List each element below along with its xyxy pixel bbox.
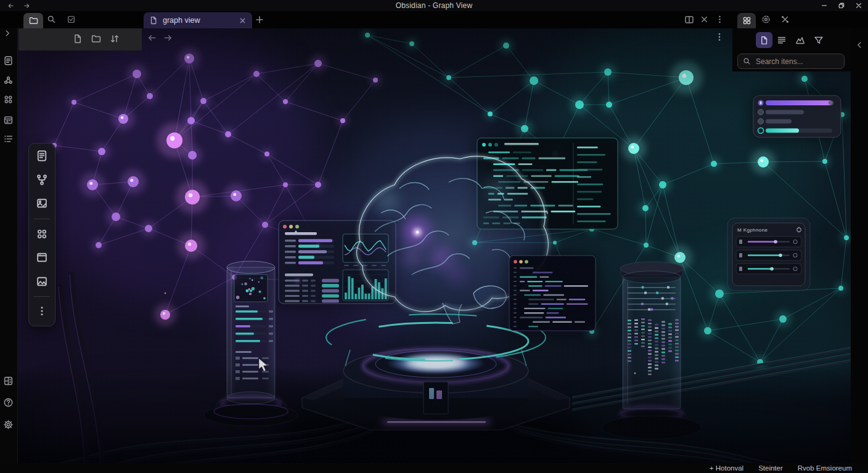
circles-grid-icon (36, 228, 48, 240)
titlebar: Obsidian - Graph View (0, 0, 868, 11)
collapse-sidebar-button[interactable] (855, 41, 864, 49)
ribbon-canvas-button[interactable] (3, 94, 14, 105)
tab-close-icon[interactable] (239, 17, 247, 25)
sidebar-tab-bookmarks[interactable] (67, 15, 76, 24)
close-pane-button[interactable] (700, 15, 709, 24)
sidebar-search[interactable] (737, 54, 845, 69)
graph-forward-button[interactable] (163, 33, 173, 43)
search-input[interactable] (755, 57, 837, 67)
file-text-icon (36, 150, 48, 162)
search-icon (47, 15, 56, 24)
new-tab-button[interactable] (255, 15, 264, 25)
help-icon (3, 397, 14, 408)
ellipsis-vertical-icon (36, 305, 48, 317)
left-ribbon (0, 11, 18, 463)
history-back-icon[interactable] (5, 1, 16, 10)
calendar-icon (3, 115, 14, 125)
artwork-left-toolbar (28, 143, 55, 326)
gear-dashed-icon (761, 15, 771, 24)
expand-sidebar-button[interactable] (3, 29, 14, 40)
divider (34, 296, 50, 297)
ribbon-calendar-button[interactable] (3, 115, 14, 126)
image-edit-icon (36, 197, 48, 209)
note-icon (3, 55, 14, 66)
bullet-list-icon (3, 134, 14, 144)
bookmark-check-icon (67, 15, 76, 24)
tools-x-icon (780, 15, 790, 24)
folder-icon (29, 16, 38, 25)
chevron-left-icon (855, 41, 864, 49)
cards-grid-icon (742, 16, 751, 25)
tab-graph-view[interactable]: graph view (144, 12, 252, 28)
tab-bar: graph view (0, 11, 868, 28)
help-button[interactable] (3, 397, 14, 408)
more-vertical-icon (715, 15, 724, 24)
chart-mountain-icon (795, 35, 805, 45)
search-icon (743, 57, 751, 65)
history-forward-icon[interactable] (21, 1, 32, 10)
file-icon (149, 16, 158, 25)
sidebar-tab-tools[interactable] (780, 15, 790, 24)
right-edge-rail (851, 11, 868, 463)
ribbon-graph-button[interactable] (3, 75, 14, 86)
status-bar: + Hotonval Steinter Rvob Emsioreum (0, 463, 868, 473)
arrow-left-icon (147, 33, 157, 43)
split-pane-button[interactable] (684, 15, 694, 25)
restore-button[interactable] (833, 0, 850, 11)
graph-view-image: M Kgphnone (17, 28, 851, 463)
list-lines-icon (777, 35, 787, 45)
close-window-button[interactable] (851, 0, 867, 11)
sidebar-tab-files[interactable] (23, 13, 43, 28)
new-note-icon (73, 34, 83, 44)
minimize-button[interactable] (816, 0, 832, 11)
settings-button[interactable] (3, 419, 14, 431)
more-vertical-icon (714, 32, 724, 42)
artwork-canvas: M Kgphnone (17, 28, 851, 463)
status-item[interactable]: Steinter (758, 464, 783, 472)
image-icon (36, 275, 48, 288)
obsidian-window: M Kgphnone Obsidian - Graph View (0, 0, 868, 473)
sort-icon (110, 34, 120, 44)
canvas-circles-icon (3, 94, 14, 105)
graph-back-button[interactable] (147, 33, 157, 43)
sort-order-button[interactable] (110, 34, 120, 44)
view-chart-button[interactable] (795, 35, 805, 45)
view-filter-button[interactable] (814, 35, 824, 45)
funnel-icon (814, 35, 824, 45)
new-folder-icon (91, 34, 101, 44)
status-item[interactable]: Rvob Emsioreum (798, 464, 852, 472)
view-file-button[interactable] (756, 32, 772, 48)
chevron-right-icon (3, 29, 12, 38)
vault-icon (3, 376, 14, 386)
pane-options-button[interactable] (714, 32, 724, 44)
file-icon (760, 36, 769, 45)
arrow-right-icon (163, 33, 173, 43)
vault-switcher-button[interactable] (3, 376, 14, 387)
right-sidebar-header (732, 28, 851, 71)
sidebar-tab-settings[interactable] (761, 15, 771, 24)
ribbon-outline-button[interactable] (3, 134, 14, 145)
ribbon-note-button[interactable] (3, 55, 14, 67)
gear-icon (3, 419, 14, 430)
fork-network-icon (36, 174, 48, 186)
tab-title: graph view (163, 16, 239, 25)
window-icon (36, 251, 48, 264)
status-item[interactable]: + Hotonval (710, 464, 743, 472)
split-icon (684, 15, 694, 25)
plus-icon (255, 15, 264, 25)
graph-icon (3, 75, 14, 86)
new-folder-button[interactable] (91, 34, 101, 44)
tab-more-button[interactable] (715, 15, 724, 26)
explorer-toolbar (18, 28, 142, 51)
close-icon (700, 15, 709, 24)
new-note-button[interactable] (73, 34, 83, 44)
window-title: Obsidian - Graph View (0, 0, 868, 11)
view-list-button[interactable] (777, 35, 787, 45)
divider (34, 219, 50, 219)
sidebar-tab-cards[interactable] (737, 13, 756, 28)
sidebar-tab-search[interactable] (47, 15, 56, 24)
